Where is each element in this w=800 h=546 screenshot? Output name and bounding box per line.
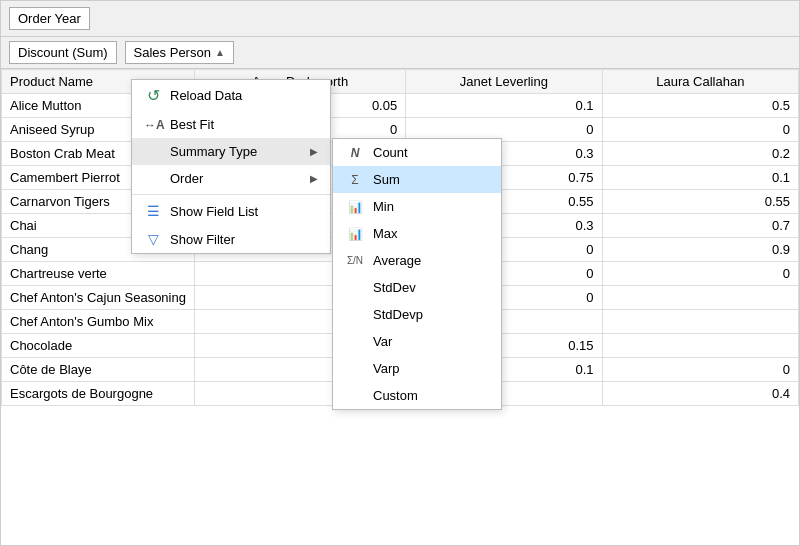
reload-icon: ↺ bbox=[144, 86, 162, 105]
header-row-1: Order Year bbox=[1, 1, 799, 37]
laura-cell: 0.55 bbox=[602, 190, 798, 214]
min-label: Min bbox=[373, 199, 394, 214]
sort-arrow-icon: ▲ bbox=[215, 47, 225, 58]
laura-cell: 0.5 bbox=[602, 94, 798, 118]
show-field-list-label: Show Field List bbox=[170, 204, 258, 219]
laura-cell: 0.1 bbox=[602, 166, 798, 190]
product-name-cell: Chartreuse verte bbox=[2, 262, 195, 286]
min-icon: 📊 bbox=[345, 200, 365, 214]
reload-data-item[interactable]: ↺ Reload Data bbox=[132, 80, 330, 111]
summary-type-item[interactable]: Summary Type ▶ N Count Σ Sum 📊 Min 📊 bbox=[132, 138, 330, 165]
product-name-cell: Chocolade bbox=[2, 334, 195, 358]
bestfit-icon: ↔A bbox=[144, 118, 162, 132]
laura-cell bbox=[602, 310, 798, 334]
custom-item[interactable]: Custom bbox=[333, 382, 501, 409]
product-name-cell: Côte de Blaye bbox=[2, 358, 195, 382]
max-icon: 📊 bbox=[345, 227, 365, 241]
order-year-field[interactable]: Order Year bbox=[9, 7, 90, 30]
field-list-icon: ☰ bbox=[144, 203, 162, 219]
average-item[interactable]: Σ/N Average bbox=[333, 247, 501, 274]
max-label: Max bbox=[373, 226, 398, 241]
laura-cell: 0.2 bbox=[602, 142, 798, 166]
stddev-label: StdDev bbox=[373, 280, 416, 295]
laura-cell: 0.7 bbox=[602, 214, 798, 238]
stddev-item[interactable]: StdDev bbox=[333, 274, 501, 301]
best-fit-item[interactable]: ↔A Best Fit bbox=[132, 111, 330, 138]
laura-cell bbox=[602, 286, 798, 310]
show-filter-label: Show Filter bbox=[170, 232, 235, 247]
pivot-container: Order Year Discount (Sum) Sales Person ▲… bbox=[0, 0, 800, 546]
order-label: Order bbox=[170, 171, 203, 186]
show-field-list-item[interactable]: ☰ Show Field List bbox=[132, 197, 330, 225]
product-name-cell: Chef Anton's Cajun Seasoning bbox=[2, 286, 195, 310]
order-arrow-icon: ▶ bbox=[310, 173, 318, 184]
sum-item[interactable]: Σ Sum bbox=[333, 166, 501, 193]
laura-cell: 0 bbox=[602, 262, 798, 286]
laura-cell: 0.9 bbox=[602, 238, 798, 262]
max-item[interactable]: 📊 Max bbox=[333, 220, 501, 247]
average-icon: Σ/N bbox=[345, 255, 365, 266]
sum-label: Sum bbox=[373, 172, 400, 187]
sales-person-field[interactable]: Sales Person ▲ bbox=[125, 41, 234, 64]
laura-cell bbox=[602, 334, 798, 358]
varp-item[interactable]: Varp bbox=[333, 355, 501, 382]
laura-cell: 0.4 bbox=[602, 382, 798, 406]
show-filter-item[interactable]: ▽ Show Filter bbox=[132, 225, 330, 253]
filter-icon: ▽ bbox=[144, 231, 162, 247]
count-item[interactable]: N Count bbox=[333, 139, 501, 166]
bestfit-label: Best Fit bbox=[170, 117, 214, 132]
average-label: Average bbox=[373, 253, 421, 268]
order-item[interactable]: Order ▶ bbox=[132, 165, 330, 192]
product-name-cell: Escargots de Bourgogne bbox=[2, 382, 195, 406]
submenu-arrow-icon: ▶ bbox=[310, 146, 318, 157]
custom-label: Custom bbox=[373, 388, 418, 403]
menu-separator-1 bbox=[132, 194, 330, 195]
table-row: Alice Mutton0.050.10.5 bbox=[2, 94, 799, 118]
summary-type-label: Summary Type bbox=[170, 144, 257, 159]
stddevp-item[interactable]: StdDevp bbox=[333, 301, 501, 328]
product-name-cell: Chef Anton's Gumbo Mix bbox=[2, 310, 195, 334]
janet-cell: 0.1 bbox=[406, 94, 602, 118]
discount-field[interactable]: Discount (Sum) bbox=[9, 41, 117, 64]
summary-type-submenu: N Count Σ Sum 📊 Min 📊 Max Σ/N Averag bbox=[332, 138, 502, 410]
laura-cell: 0 bbox=[602, 358, 798, 382]
reload-label: Reload Data bbox=[170, 88, 242, 103]
laura-header: Laura Callahan bbox=[602, 70, 798, 94]
context-menu: ↺ Reload Data ↔A Best Fit Summary Type ▶… bbox=[131, 79, 331, 254]
header-row-2: Discount (Sum) Sales Person ▲ bbox=[1, 37, 799, 69]
janet-header: Janet Leverling bbox=[406, 70, 602, 94]
count-label: Count bbox=[373, 145, 408, 160]
laura-cell: 0 bbox=[602, 118, 798, 142]
sales-person-label: Sales Person bbox=[134, 45, 211, 60]
varp-label: Varp bbox=[373, 361, 400, 376]
min-item[interactable]: 📊 Min bbox=[333, 193, 501, 220]
count-icon: N bbox=[345, 146, 365, 160]
sum-icon: Σ bbox=[345, 173, 365, 187]
var-label: Var bbox=[373, 334, 392, 349]
stddevp-label: StdDevp bbox=[373, 307, 423, 322]
var-item[interactable]: Var bbox=[333, 328, 501, 355]
